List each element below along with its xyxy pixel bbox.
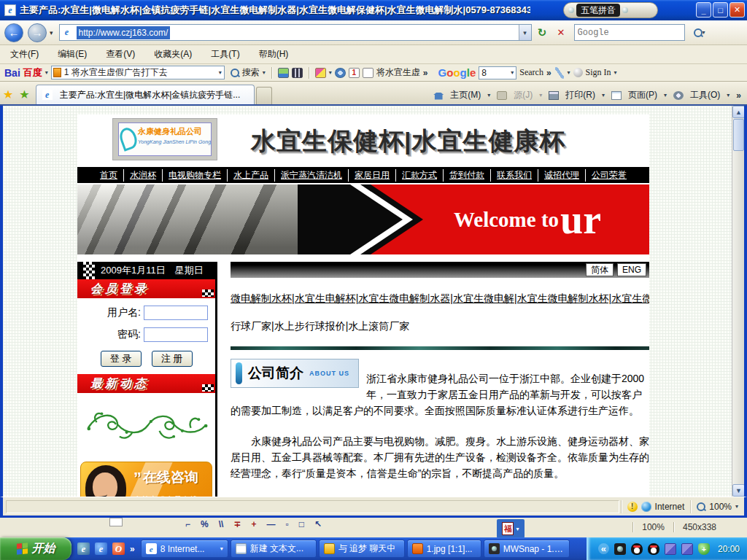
zoom-dropdown[interactable]: ▾: [735, 503, 738, 510]
nav-water-products[interactable]: 水上产品: [227, 169, 274, 182]
start-button[interactable]: 开始: [0, 537, 71, 560]
snap-tool-icon[interactable]: \\: [219, 519, 224, 529]
history-dropdown[interactable]: ▾: [50, 29, 53, 36]
language-tray-indicator[interactable]: 福 ▾: [497, 519, 525, 538]
tray-collapse-chevron[interactable]: «: [598, 543, 609, 554]
snap-tool-icon[interactable]: +: [251, 519, 256, 529]
task-label[interactable]: MWSnap - 1.jpg: [503, 544, 565, 554]
menu-tools[interactable]: 工具(T): [211, 48, 239, 61]
ime-toolbar[interactable]: 五笔拼音: [563, 2, 658, 18]
login-button[interactable]: 登 录: [101, 351, 142, 367]
commandbar-overflow[interactable]: »: [736, 90, 741, 101]
baidu-logo-dropdown[interactable]: ▾: [45, 69, 48, 76]
add-favorite-icon[interactable]: ★: [19, 85, 29, 104]
back-button[interactable]: ←: [4, 23, 23, 42]
task-label[interactable]: 新建 文本文...: [250, 542, 303, 555]
stamp-seal-icon[interactable]: 福: [502, 522, 514, 535]
task-label[interactable]: 8 Internet...: [160, 544, 205, 554]
address-url[interactable]: http://www.czj163.com/: [77, 26, 171, 39]
ime-options-icon[interactable]: [622, 7, 628, 13]
toolbar-settings-icon[interactable]: [335, 68, 346, 78]
task-label[interactable]: 与 追梦 聊天中: [338, 542, 396, 555]
scroll-up-button[interactable]: ▲: [732, 106, 745, 118]
tray-qq-icon-2[interactable]: [648, 543, 659, 555]
page-button[interactable]: 页面(P): [628, 89, 657, 101]
tray-clock[interactable]: 20:00: [718, 544, 740, 554]
site-logo[interactable]: 永康健身礼品公司 YongKang JianShen LiPin GongSi: [112, 118, 217, 160]
menu-edit[interactable]: 编辑(E): [58, 48, 87, 61]
quicklaunch-ie-icon[interactable]: e: [95, 542, 107, 555]
nav-honors[interactable]: 公司荣誉: [585, 169, 632, 182]
task-group-dropdown[interactable]: ▾: [220, 545, 223, 552]
nav-steam-cleaner[interactable]: 派宁蒸汽清洁机: [274, 169, 348, 182]
quicklaunch-overflow[interactable]: »: [130, 544, 135, 554]
ime-mode-icon[interactable]: [568, 7, 574, 13]
google-combo-dropdown[interactable]: ▾: [511, 69, 514, 76]
new-tab-button[interactable]: [256, 87, 272, 104]
tray-network-icon-2[interactable]: [681, 543, 693, 555]
tray-network-icon[interactable]: [665, 543, 676, 555]
print-button[interactable]: 打印(R): [565, 89, 595, 101]
scrollbar-thumb[interactable]: [733, 119, 744, 151]
zoom-control[interactable]: 100% ▾: [690, 500, 744, 513]
zoom-level[interactable]: 100%: [709, 502, 732, 512]
scroll-down-button[interactable]: ▼: [732, 484, 745, 497]
consult-title-row[interactable]: ”在线咨询: [133, 468, 207, 488]
baidu-logo-cn[interactable]: 百度: [23, 66, 42, 79]
username-input[interactable]: [144, 306, 208, 320]
menu-help[interactable]: 帮助(H): [259, 48, 289, 61]
menu-view[interactable]: 查看(V): [106, 48, 135, 61]
keyword-links-row1[interactable]: 微电解制水杯|水宜生电解杯|水宜生微电解制水器|水宜生微电解|水宜生微电解制水杯…: [231, 292, 649, 306]
print-dropdown[interactable]: ▾: [602, 92, 605, 98]
task-chat[interactable]: 与 追梦 聊天中: [319, 540, 405, 558]
google-overflow-chevron[interactable]: »: [546, 68, 551, 78]
lang-english-button[interactable]: ENG: [617, 263, 646, 276]
snap-tool-icon[interactable]: %: [201, 519, 209, 529]
password-input[interactable]: [144, 327, 208, 342]
tools-gear-icon[interactable]: [673, 91, 684, 100]
google-combo-text[interactable]: 8: [481, 68, 487, 78]
baidu-search-combo[interactable]: 1 将水宜生虚假广告打下去 ▾: [51, 66, 225, 79]
nav-payment[interactable]: 汇款方式: [395, 169, 443, 182]
quicklaunch-browser-icon[interactable]: e: [77, 542, 90, 555]
suggest-text[interactable]: 将水宜生虚: [376, 66, 420, 79]
address-bar[interactable]: e http://www.czj163.com/ ▾: [59, 24, 532, 41]
baidu-overflow-chevron[interactable]: »: [423, 68, 428, 78]
quicklaunch-opera-icon[interactable]: O: [112, 542, 125, 555]
task-label[interactable]: 1.jpg [1:1]...: [427, 544, 473, 554]
page-dropdown[interactable]: ▾: [664, 92, 667, 98]
task-ie-group[interactable]: e 8 Internet... ▾: [141, 540, 228, 558]
address-dropdown[interactable]: ▾: [519, 25, 531, 40]
vertical-scrollbar[interactable]: ▲ ▼: [732, 106, 744, 497]
tools-dropdown[interactable]: ▾: [727, 92, 729, 98]
home-button[interactable]: 主页(M): [450, 89, 481, 101]
baidu-combo-dropdown[interactable]: ▾: [219, 69, 224, 76]
nav-agents[interactable]: 诚招代理: [538, 169, 585, 182]
forward-button[interactable]: →: [28, 23, 47, 42]
search-go-button[interactable]: ▾: [687, 24, 712, 41]
menu-file[interactable]: 文件(F): [10, 48, 39, 61]
highlighter-dropdown[interactable]: ▾: [329, 69, 332, 76]
baidu-logo[interactable]: Bai: [4, 67, 20, 79]
video-search-icon[interactable]: [292, 68, 303, 78]
nav-household[interactable]: 家居日用: [348, 169, 395, 182]
google-search-button[interactable]: Search: [519, 67, 543, 78]
maximize-button[interactable]: □: [713, 2, 728, 18]
baidu-search-button[interactable]: 搜索: [242, 66, 260, 79]
lang-simplified-button[interactable]: 简体: [586, 263, 614, 276]
task-mwsnap[interactable]: MWSnap - 1.jpg: [484, 540, 570, 558]
stamp-icon-1[interactable]: 1: [349, 68, 360, 78]
minimize-button[interactable]: _: [696, 2, 711, 18]
online-consult-banner[interactable]: ”在线咨询 当前客服人员在线: [80, 462, 212, 497]
image-search-icon[interactable]: [278, 68, 289, 78]
snap-tool-icon[interactable]: ∓: [233, 519, 241, 529]
ime-label[interactable]: 五笔拼音: [576, 4, 620, 17]
baidu-search-dropdown[interactable]: ▾: [263, 69, 266, 76]
tray-antivirus-shield-icon[interactable]: +: [698, 543, 710, 555]
wrench-icon[interactable]: [553, 66, 565, 78]
tray-qq-icon[interactable]: [631, 543, 643, 555]
favorites-star-icon[interactable]: ★: [3, 85, 13, 104]
stamp-icon-2[interactable]: [363, 68, 374, 78]
start-label[interactable]: 开始: [32, 541, 55, 556]
sign-in-button[interactable]: Sign In: [586, 67, 611, 78]
